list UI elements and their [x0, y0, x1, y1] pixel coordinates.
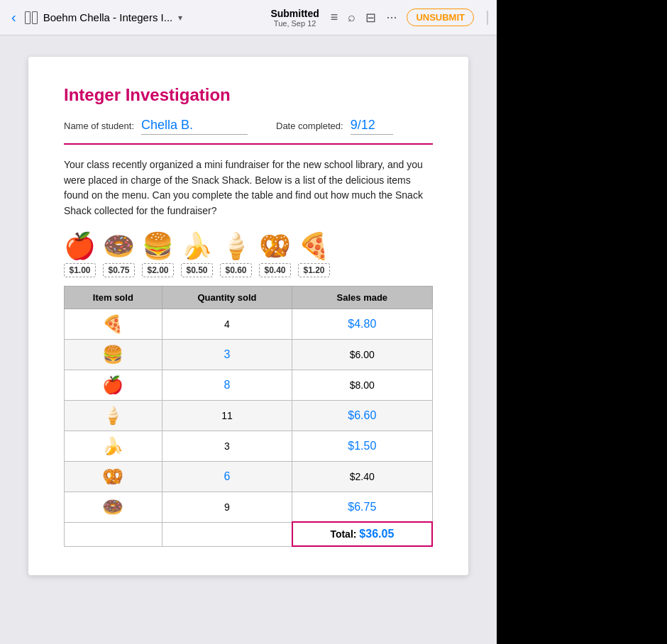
price-box: $2.00	[142, 263, 173, 277]
table-header-cell: Sales made	[292, 286, 432, 309]
table-header-cell: Quantity sold	[162, 286, 292, 309]
food-item: 🍎$1.00	[64, 233, 96, 277]
top-bar-left: ‹ Boehm Chella - Integers I... ▾	[9, 6, 259, 28]
table-cell-qty: 11	[162, 400, 292, 431]
print-icon[interactable]: ⊟	[365, 10, 376, 26]
table-cell-item: 🍕	[65, 309, 162, 339]
table-cell-sales: $6.60	[292, 400, 432, 431]
table-cell-item: 🍦	[65, 400, 162, 431]
sidebar-toggle[interactable]	[25, 11, 38, 24]
table-header-cell: Item sold	[65, 286, 162, 309]
food-item: 🍕$1.20	[298, 233, 330, 277]
date-label: Date completed:	[276, 121, 343, 131]
total-empty-cell-1	[65, 522, 162, 546]
food-emoji: 🍔	[142, 233, 174, 259]
table-cell-qty: 4	[162, 309, 292, 339]
table-cell-sales: $6.00	[292, 339, 432, 370]
total-row: Total: $36.05	[65, 522, 433, 546]
date-group: Date completed: 9/12	[276, 118, 393, 135]
table-cell-sales: $8.00	[292, 370, 432, 400]
table-row: 🍦11$6.60	[65, 400, 433, 431]
price-box: $0.40	[259, 263, 290, 277]
total-label: Total:	[330, 528, 359, 540]
food-item: 🍩$0.75	[103, 233, 135, 277]
food-item: 🍔$2.00	[142, 233, 174, 277]
table-row: 🍕4$4.80	[65, 309, 433, 339]
table-cell-qty: 3	[162, 339, 292, 370]
food-emoji: 🍌	[181, 233, 213, 259]
table-cell-item: 🍎	[65, 370, 162, 400]
page-title: Integer Investigation	[64, 85, 433, 105]
table-cell-item: 🍩	[65, 492, 162, 522]
page: Integer Investigation Name of student: C…	[28, 57, 468, 575]
total-value-cell: Total: $36.05	[292, 522, 432, 546]
price-box: $1.00	[64, 263, 95, 277]
food-emoji: 🍦	[220, 233, 252, 259]
unsubmit-button[interactable]: UNSUBMIT	[407, 9, 474, 26]
table-cell-sales: $6.75	[292, 492, 432, 522]
table-row: 🍌3$1.50	[65, 431, 433, 461]
table-cell-qty: 3	[162, 431, 292, 461]
table-cell-qty: 8	[162, 370, 292, 400]
table-row: 🍔3$6.00	[65, 339, 433, 370]
table-cell-qty: 6	[162, 461, 292, 492]
back-button[interactable]: ‹	[9, 6, 19, 28]
table-cell-sales: $4.80	[292, 309, 432, 339]
table-cell-sales: $2.40	[292, 461, 432, 492]
table-row: 🍩9$6.75	[65, 492, 433, 522]
price-box: $0.60	[220, 263, 251, 277]
total-amount: $36.05	[359, 528, 394, 540]
student-name-value: Chella B.	[141, 118, 248, 135]
black-panel	[497, 35, 667, 644]
table-cell-qty: 9	[162, 492, 292, 522]
food-emoji: 🍩	[103, 233, 135, 259]
submitted-date: Tue, Sep 12	[274, 19, 316, 28]
description-text: Your class recently organized a mini fun…	[64, 157, 433, 219]
separator-line	[64, 143, 433, 145]
search-icon[interactable]: ⌕	[348, 10, 355, 25]
food-item: 🍦$0.60	[220, 233, 252, 277]
table-cell-item: 🍌	[65, 431, 162, 461]
submitted-label: Submitted	[270, 8, 319, 19]
price-box: $0.50	[181, 263, 212, 277]
more-icon[interactable]: ···	[386, 10, 397, 25]
divider	[487, 11, 488, 25]
submit-info: Submitted Tue, Sep 12	[270, 8, 319, 28]
table-cell-item: 🥨	[65, 461, 162, 492]
table-cell-item: 🍔	[65, 339, 162, 370]
food-items-row: 🍎$1.00🍩$0.75🍔$2.00🍌$0.50🍦$0.60🥨$0.40🍕$1.…	[64, 233, 433, 277]
name-label: Name of student:	[64, 121, 134, 131]
top-bar-actions: ≡ ⌕ ⊟ ··· UNSUBMIT	[331, 9, 488, 26]
list-icon[interactable]: ≡	[331, 10, 338, 25]
table-row: 🍎8$8.00	[65, 370, 433, 400]
chevron-down-icon[interactable]: ▾	[178, 13, 182, 23]
table-row: 🥨6$2.40	[65, 461, 433, 492]
food-item: 🥨$0.40	[259, 233, 291, 277]
food-emoji: 🍕	[298, 233, 330, 259]
doc-title: Boehm Chella - Integers I...	[43, 11, 173, 23]
date-value: 9/12	[351, 118, 393, 135]
table-cell-sales: $1.50	[292, 431, 432, 461]
top-bar: ‹ Boehm Chella - Integers I... ▾ Submitt…	[0, 0, 497, 35]
food-emoji: 🥨	[259, 233, 291, 259]
sales-table: Item soldQuantity soldSales made 🍕4$4.80…	[64, 286, 433, 548]
price-box: $0.75	[103, 263, 134, 277]
doc-panel: Integer Investigation Name of student: C…	[0, 35, 497, 644]
price-box: $1.20	[298, 263, 329, 277]
food-item: 🍌$0.50	[181, 233, 213, 277]
total-empty-cell-2	[162, 522, 292, 546]
food-emoji: 🍎	[64, 233, 96, 259]
main-area: Integer Investigation Name of student: C…	[0, 35, 667, 644]
student-info-row: Name of student: Chella B. Date complete…	[64, 118, 433, 135]
